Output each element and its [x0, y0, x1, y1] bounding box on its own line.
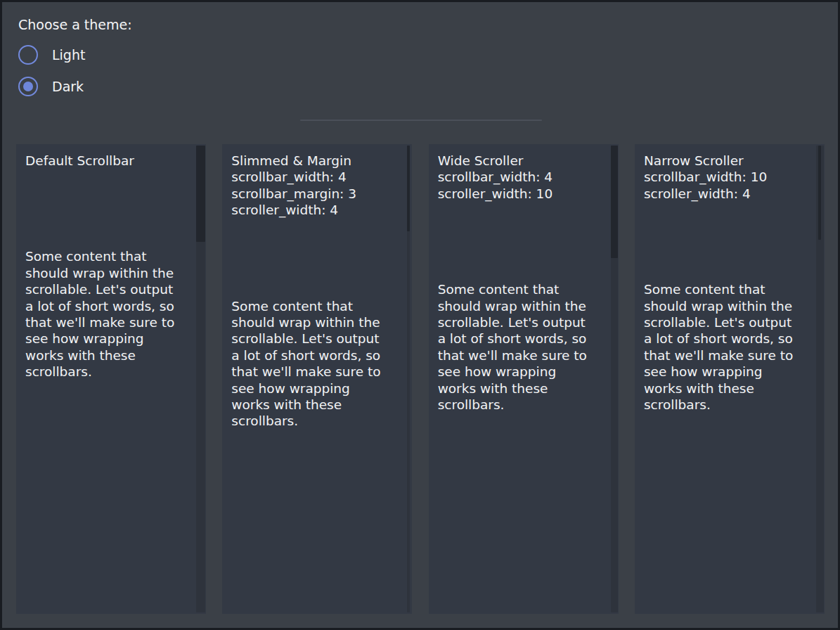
section-divider: [300, 120, 542, 121]
panel-body-text: Some content that should wrap within the…: [231, 298, 392, 430]
scrollbar-track[interactable]: [611, 146, 618, 612]
panel-wide-scroller[interactable]: Wide Scroller scrollbar_width: 4 scrolle…: [429, 144, 619, 614]
theme-chooser: Choose a theme: Light Dark: [18, 16, 132, 108]
theme-option-light[interactable]: Light: [18, 45, 132, 65]
scrollbar-track[interactable]: [816, 146, 824, 612]
panel-body-text: Some content that should wrap within the…: [438, 281, 599, 413]
panel-slimmed-margin[interactable]: Slimmed & Margin scrollbar_width: 4 scro…: [222, 144, 412, 614]
theme-option-light-label: Light: [52, 47, 85, 63]
theme-option-dark[interactable]: Dark: [18, 77, 132, 96]
panel-narrow-scroller[interactable]: Narrow Scroller scrollbar_width: 10 scro…: [635, 144, 825, 614]
theme-option-dark-label: Dark: [52, 79, 84, 94]
panel-title: Default Scrollbar: [25, 153, 186, 169]
radio-unselected-icon[interactable]: [18, 45, 38, 65]
app-window: { "theme_chooser": { "label": "Choose a …: [0, 0, 840, 630]
scrollbar-track[interactable]: [196, 146, 205, 612]
theme-chooser-label: Choose a theme:: [18, 16, 132, 33]
panel-default-scrollbar[interactable]: Default Scrollbar Some content that shou…: [16, 144, 206, 614]
panel-title: Slimmed & Margin scrollbar_width: 4 scro…: [231, 153, 392, 219]
panels-container: Default Scrollbar Some content that shou…: [16, 144, 825, 614]
radio-selected-icon[interactable]: [18, 77, 38, 96]
scrollbar-thumb[interactable]: [407, 146, 410, 231]
panel-title: Narrow Scroller scrollbar_width: 10 scro…: [644, 153, 805, 202]
panel-body-text: Some content that should wrap within the…: [25, 248, 186, 380]
scrollbar-thumb[interactable]: [611, 146, 618, 258]
scrollbar-track[interactable]: [407, 146, 410, 612]
scrollbar-thumb[interactable]: [818, 146, 821, 240]
panel-title: Wide Scroller scrollbar_width: 4 scrolle…: [438, 153, 599, 202]
panel-body-text: Some content that should wrap within the…: [644, 281, 805, 413]
scrollbar-thumb[interactable]: [196, 146, 205, 242]
